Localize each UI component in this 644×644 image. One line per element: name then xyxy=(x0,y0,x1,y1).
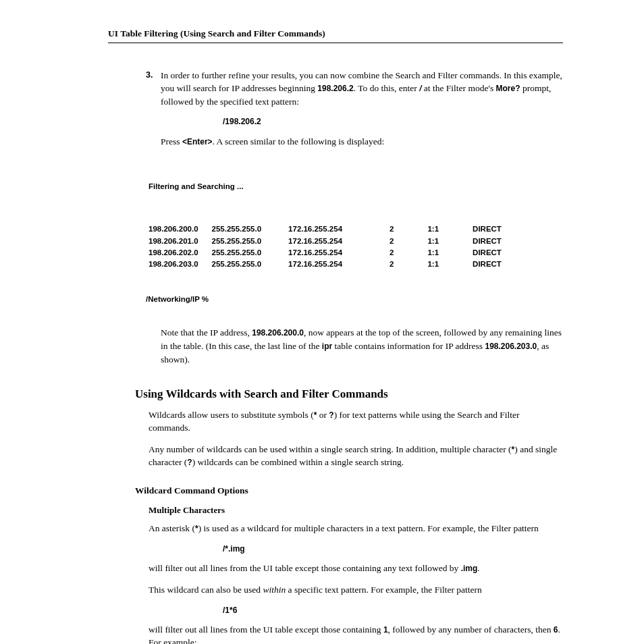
section-heading-wildcards: Using Wildcards with Search and Filter C… xyxy=(135,386,563,403)
wildcards-p1: Wildcards allow users to substitute symb… xyxy=(149,408,563,435)
table-row: 198.206.201.0255.255.255.0172.16.255.254… xyxy=(149,236,515,247)
pattern-1star6: /1*6 xyxy=(223,605,563,616)
filter-command-1: /198.206.2 xyxy=(223,116,563,128)
multichar-p1: An asterisk (*) is used as a wildcard fo… xyxy=(149,522,563,535)
page-header: UI Table Filtering (Using Search and Fil… xyxy=(108,27,563,43)
wildcards-p2: Any number of wildcards can be used with… xyxy=(149,443,563,469)
step-3: 3. In order to further refine your resul… xyxy=(161,69,563,109)
subsection-heading-options: Wildcard Command Options xyxy=(135,484,563,498)
step3-paragraph-2: Press <Enter>. A screen similar to the f… xyxy=(161,135,563,149)
table-row: 198.206.200.0255.255.255.0172.16.255.254… xyxy=(149,223,515,235)
subsub-heading-multichar: Multiple Characters xyxy=(149,504,563,517)
pattern-img: /*.img xyxy=(223,543,563,555)
note-paragraph: Note that the IP address, 198.206.200.0,… xyxy=(161,326,563,366)
route-table: 198.206.200.0255.255.255.0172.16.255.254… xyxy=(149,223,515,270)
filtering-label: Filtering and Searching ... xyxy=(149,181,563,192)
shell-prompt: /Networking/IP % xyxy=(146,294,563,305)
multichar-p4: will filter out all lines from the UI ta… xyxy=(149,623,563,644)
multichar-p2: will filter out all lines from the UI ta… xyxy=(149,562,563,575)
step-number: 3. xyxy=(146,69,153,81)
table-row: 198.206.203.0255.255.255.0172.16.255.254… xyxy=(149,259,515,270)
multichar-p3: This wildcard can also be used within a … xyxy=(149,583,563,597)
table-row: 198.206.202.0255.255.255.0172.16.255.254… xyxy=(149,247,515,259)
step3-paragraph-1: In order to further refine your results,… xyxy=(161,69,563,109)
terminal-output: Filtering and Searching ... 198.206.200.… xyxy=(149,157,563,317)
